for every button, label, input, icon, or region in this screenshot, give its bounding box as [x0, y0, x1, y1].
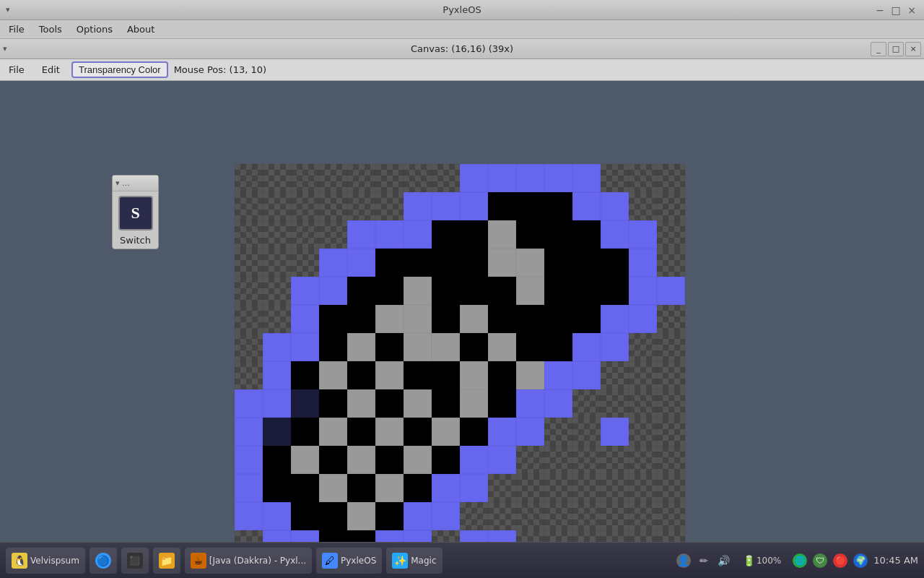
taskbar-java[interactable]: ☕ [Java (Dakkra) - Pyxl... — [185, 548, 312, 574]
taskbar-magic[interactable]: ✨ Magic — [386, 548, 442, 574]
close-button[interactable]: × — [905, 4, 918, 17]
pyxleos-label: PyxleOS — [341, 556, 376, 566]
battery-percent: 100% — [757, 556, 781, 566]
switch-tool-icon[interactable]: S — [118, 196, 153, 230]
canvas-restore-button[interactable]: □ — [888, 42, 904, 56]
canvas-window-icon: ▾ — [3, 44, 7, 53]
menu-file[interactable]: File — [3, 22, 30, 36]
toolbar-file[interactable]: File — [3, 63, 30, 77]
menu-bar: File Tools Options About — [0, 20, 924, 39]
menu-tools[interactable]: Tools — [33, 22, 68, 36]
files-icon: 📁 — [159, 553, 175, 569]
menu-options[interactable]: Options — [71, 22, 118, 36]
person-icon[interactable]: 👤 — [676, 553, 691, 568]
tool-panel-header[interactable]: ▾ ... — [113, 176, 158, 191]
velvispsum-label: Velvispsum — [30, 556, 79, 566]
canvas-title-bar: ▾ Canvas: (16,16) (39x) _ □ × — [0, 39, 924, 59]
canvas-window: ▾ Canvas: (16,16) (39x) _ □ × File Edit … — [0, 39, 924, 542]
magic-label: Magic — [411, 556, 436, 566]
network-icon[interactable]: 🌐 — [793, 553, 807, 568]
edit-icon[interactable]: ✏️ — [697, 553, 711, 568]
menu-about[interactable]: About — [121, 22, 160, 36]
canvas-close-button[interactable]: × — [905, 42, 921, 56]
magic-icon: ✨ — [392, 553, 408, 569]
taskbar: 🐧 Velvispsum 🔵 ⬛ 📁 ☕ [Java (Dakkra) - Py… — [0, 542, 924, 578]
taskbar-right: 👤 ✏️ 🔊 🔋 100% 🌐 🛡 🔴 🌍 10:45 AM — [676, 548, 918, 574]
minimize-button[interactable]: − — [873, 4, 886, 17]
title-dropdown-icon[interactable]: ▾ — [6, 5, 10, 14]
volume-icon[interactable]: 🔊 — [717, 553, 731, 568]
maximize-button[interactable]: □ — [889, 4, 902, 17]
transparency-color-button[interactable]: Transparency Color — [71, 61, 168, 78]
taskbar-velvispsum[interactable]: 🐧 Velvispsum — [6, 548, 85, 574]
battery-item[interactable]: 🔋 100% — [737, 548, 787, 574]
globe-icon[interactable]: 🌍 — [853, 553, 868, 568]
taskbar-files[interactable]: 📁 — [153, 548, 180, 574]
chrome-icon: 🔵 — [95, 553, 111, 569]
battery-icon: 🔋 — [743, 555, 755, 566]
terminal-icon: ⬛ — [127, 553, 143, 569]
canvas-window-controls: _ □ × — [871, 42, 921, 56]
taskbar-terminal[interactable]: ⬛ — [121, 548, 149, 574]
browser-icon2[interactable]: 🔴 — [833, 553, 847, 568]
toolbar-edit[interactable]: Edit — [36, 63, 66, 77]
taskbar-pyxleos[interactable]: 🖊 PyxleOS — [316, 548, 382, 574]
canvas-title-text: Canvas: (16,16) (39x) — [411, 43, 513, 54]
taskbar-chrome[interactable]: 🔵 — [90, 548, 117, 574]
clock: 10:45 AM — [873, 555, 918, 566]
title-bar: ▾ PyxleOS − □ × — [0, 0, 924, 20]
shield-icon[interactable]: 🛡 — [813, 553, 827, 568]
title-left: ▾ — [6, 5, 10, 14]
switch-tool-label: Switch — [120, 235, 151, 246]
canvas-content: ▾ ... S Switch — [0, 81, 924, 542]
pyxleos-icon: 🖊 — [322, 553, 338, 569]
pixel-canvas[interactable] — [235, 164, 686, 542]
canvas-toolbar: File Edit Transparency Color Mouse Pos: … — [0, 59, 924, 81]
app-title: PyxleOS — [443, 4, 481, 15]
tool-header-text: ▾ ... — [116, 178, 130, 188]
java-label: [Java (Dakkra) - Pyxl... — [209, 556, 306, 566]
window-controls: − □ × — [873, 4, 918, 17]
mouse-position: Mouse Pos: (13, 10) — [174, 64, 266, 75]
velvispsum-icon: 🐧 — [12, 553, 27, 569]
canvas-minimize-button[interactable]: _ — [871, 42, 886, 56]
java-icon: ☕ — [191, 553, 206, 569]
tool-panel: ▾ ... S Switch — [112, 175, 159, 249]
